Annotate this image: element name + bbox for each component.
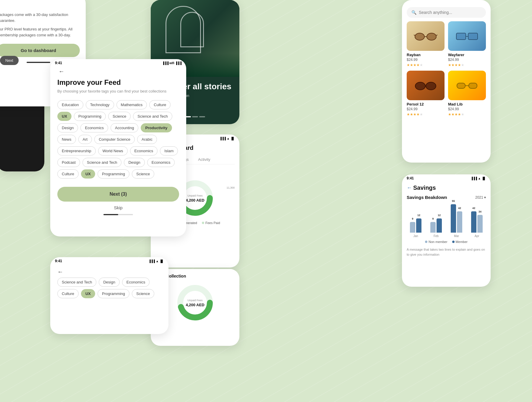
back-button-s6[interactable]: ← (57, 268, 63, 275)
bar-label-jan-light: 9 (412, 217, 413, 220)
battery-icon-s6: ▐▌ (160, 260, 164, 263)
bar-group-apr: 42 34 Apr (471, 211, 483, 238)
tag-s6-ux[interactable]: UX (81, 289, 95, 298)
tag-s6-sci[interactable]: Science (132, 289, 154, 298)
tag-productivity[interactable]: Productivity (141, 123, 172, 132)
svg-rect-19 (457, 83, 465, 88)
product-persol: Persol 12 $24.99 ★★★★★ (407, 71, 445, 116)
tag-science[interactable]: Science (108, 112, 131, 121)
tag-design2[interactable]: Design (124, 158, 145, 167)
tag-islam[interactable]: Islam (160, 146, 178, 155)
tag-programming2[interactable]: Programming (98, 169, 129, 179)
tag-ux[interactable]: UX (57, 112, 72, 121)
legend-non-member: Non member (425, 240, 447, 244)
chart-axis-right: 11,300 (226, 186, 235, 189)
tag-accounting[interactable]: Accounting (111, 123, 138, 132)
tags-container: Education Technology Mathematics Culture… (57, 100, 179, 179)
tags-container-s6: Science and Tech Design Economics Cultur… (57, 278, 161, 298)
svg-text:4,200 AED: 4,200 AED (186, 198, 204, 202)
svg-point-17 (426, 82, 436, 90)
bar-feb-dark: 12 (437, 218, 442, 233)
tag-economics[interactable]: Economics (80, 123, 108, 132)
product-price-rayban: $24.99 (407, 58, 445, 62)
bar-jan-dark: 12 (416, 218, 421, 233)
legend-member: Member (452, 240, 468, 244)
tag-design[interactable]: Design (57, 123, 78, 132)
bar-group-mar: 55 42 Mar (451, 204, 462, 238)
desc1-text: packages come with a 30-day satisfaction… (0, 12, 80, 23)
icons-s6: ▐▐▐ ▲ ▐▌ (149, 260, 164, 263)
tag-culture[interactable]: Culture (149, 100, 171, 109)
savings-status-icons: ▐▐▐ ▲ ▐▌ (471, 177, 486, 180)
search-input[interactable] (419, 10, 481, 15)
bar-label-feb-light: 9 (432, 217, 434, 220)
svg-point-9 (427, 33, 436, 40)
product-grid: Rayban $24.99 ★★★★★ Wayfarer $24.99 ★★★★… (402, 21, 491, 121)
go-dashboard-button[interactable]: Go to dashboard (0, 44, 80, 57)
tag-technology[interactable]: Technology (86, 100, 114, 109)
product-price-persol: $24.99 (407, 107, 445, 111)
wifi-icon-s6: ▲ (156, 260, 159, 263)
tag-science2[interactable]: Science (132, 169, 154, 179)
indicator-2 (192, 116, 198, 117)
back-button[interactable]: ← (57, 67, 66, 76)
product-price-wayfarer: $24.99 (448, 58, 486, 62)
tag-world-news[interactable]: World News (98, 146, 128, 155)
tag-s6-scitech[interactable]: Science and Tech (57, 278, 96, 287)
info-text: A message that takes two lines to explai… (402, 244, 491, 257)
signal-icon-s6: ▐▐▐ (149, 260, 155, 263)
tag-s6-prog[interactable]: Programming (98, 289, 129, 298)
product-rayban: Rayban $24.99 ★★★★★ (407, 21, 445, 67)
chart-title: Savings Beakdown (407, 195, 447, 200)
tag-programming[interactable]: Programming (74, 112, 106, 121)
tag-arabic[interactable]: Arabic (137, 135, 157, 144)
back-button-savings[interactable]: ← (407, 185, 412, 191)
arch-decoration-right (180, 12, 204, 47)
bar-chart: 9 12 Jan 9 12 Feb (407, 202, 486, 238)
tag-economics3[interactable]: Economics (147, 158, 175, 167)
tag-science-tech[interactable]: Science and Tech (133, 112, 172, 121)
tag-s6-design[interactable]: Design (99, 278, 119, 287)
s6-content: ← Science and Tech Design Economics Cult… (50, 265, 168, 308)
bar-label-jan-dark: 12 (417, 214, 420, 217)
tag-news[interactable]: News (57, 135, 76, 144)
tab-activity[interactable]: Activity (193, 155, 215, 164)
tag-s6-econ[interactable]: Economics (122, 278, 150, 287)
svg-line-12 (436, 35, 437, 35)
product-image-persol (407, 71, 445, 100)
svg-point-8 (415, 33, 424, 40)
wifi-icon-s8: ▲ (478, 177, 481, 180)
svg-text:Unpaid Fees: Unpaid Fees (187, 194, 203, 197)
tag-computer-science[interactable]: Computer Science (94, 135, 135, 144)
year-selector[interactable]: 2021 ▾ (475, 195, 486, 200)
tag-art[interactable]: Art (78, 135, 92, 144)
tag-s6-culture[interactable]: Culture (57, 289, 79, 298)
tag-economics2[interactable]: Economics (130, 146, 158, 155)
svg-text:4,200 AED: 4,200 AED (186, 303, 204, 307)
tag-entrepreneurship[interactable]: Entrepreneurship (57, 146, 96, 155)
product-stars-rayban: ★★★★★ (407, 63, 445, 67)
bar-pair-mar: 55 42 (451, 204, 462, 233)
bar-jan-light: 9 (410, 222, 415, 233)
svg-rect-14 (468, 33, 478, 40)
tag-education[interactable]: Education (57, 100, 83, 109)
next-count-button[interactable]: Next (3) (57, 187, 179, 202)
search-bar[interactable]: 🔍 (407, 7, 486, 18)
svg-line-11 (414, 35, 415, 35)
tag-culture2[interactable]: Culture (57, 169, 79, 179)
tag-podcast[interactable]: Podcast (57, 158, 80, 167)
progress-indicator (27, 62, 50, 63)
savings-title: Savings (413, 184, 436, 191)
feed-improvement-screen: 9:41 ▐▐▐ wifi ▐▐▐ ← Improve your Feed By… (50, 59, 186, 236)
tag-mathematics[interactable]: Mathematics (116, 100, 147, 109)
next-button[interactable]: Next (0, 56, 19, 65)
svg-point-16 (415, 82, 425, 90)
tag-ux2[interactable]: UX (81, 169, 95, 179)
tag-science-tech2[interactable]: Science and Tech (82, 158, 121, 167)
bar-group-feb: 9 12 Feb (430, 218, 442, 238)
bar-mar-dark: 55 (451, 204, 456, 233)
bar-chart-legend: Non member Member (407, 240, 486, 244)
legend-circle-member (452, 241, 455, 243)
product-stars-persol: ★★★★★ (407, 112, 445, 116)
skip-button[interactable]: Skip (57, 205, 179, 210)
